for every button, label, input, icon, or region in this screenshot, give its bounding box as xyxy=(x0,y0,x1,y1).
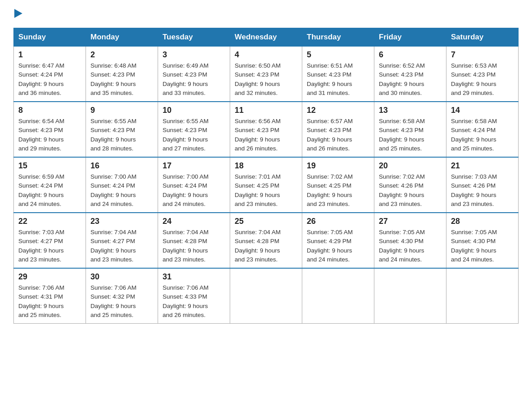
day-cell: 16 Sunrise: 7:00 AMSunset: 4:24 PMDaylig… xyxy=(86,157,158,213)
day-info: Sunrise: 6:50 AMSunset: 4:23 PMDaylight:… xyxy=(235,62,281,96)
day-info: Sunrise: 7:06 AMSunset: 4:33 PMDaylight:… xyxy=(163,284,209,318)
day-info: Sunrise: 6:52 AMSunset: 4:23 PMDaylight:… xyxy=(379,62,425,96)
day-number: 29 xyxy=(18,272,81,282)
day-info: Sunrise: 6:58 AMSunset: 4:24 PMDaylight:… xyxy=(451,118,497,152)
header-friday: Friday xyxy=(374,28,446,47)
day-info: Sunrise: 7:00 AMSunset: 4:24 PMDaylight:… xyxy=(90,173,137,207)
empty-day-cell xyxy=(374,268,446,324)
page-header xyxy=(13,9,519,20)
day-info: Sunrise: 6:55 AMSunset: 4:23 PMDaylight:… xyxy=(90,118,137,152)
day-info: Sunrise: 7:02 AMSunset: 4:26 PMDaylight:… xyxy=(379,173,425,207)
day-cell: 3 Sunrise: 6:49 AMSunset: 4:23 PMDayligh… xyxy=(158,47,230,102)
day-info: Sunrise: 7:04 AMSunset: 4:27 PMDaylight:… xyxy=(90,229,137,263)
day-cell: 6 Sunrise: 6:52 AMSunset: 4:23 PMDayligh… xyxy=(374,47,446,102)
day-info: Sunrise: 6:56 AMSunset: 4:23 PMDaylight:… xyxy=(235,118,281,152)
header-monday: Monday xyxy=(86,28,158,47)
day-number: 4 xyxy=(235,50,297,60)
day-number: 10 xyxy=(163,106,225,115)
day-number: 14 xyxy=(451,106,514,115)
day-info: Sunrise: 7:03 AMSunset: 4:26 PMDaylight:… xyxy=(451,173,497,207)
day-number: 11 xyxy=(235,106,297,115)
calendar-table: Sunday Monday Tuesday Wednesday Thursday… xyxy=(13,28,519,324)
day-cell: 23 Sunrise: 7:04 AMSunset: 4:27 PMDaylig… xyxy=(86,213,158,268)
day-cell: 22 Sunrise: 7:03 AMSunset: 4:27 PMDaylig… xyxy=(14,213,86,268)
day-number: 15 xyxy=(18,161,81,171)
day-info: Sunrise: 7:04 AMSunset: 4:28 PMDaylight:… xyxy=(163,229,209,263)
calendar-week-row: 22 Sunrise: 7:03 AMSunset: 4:27 PMDaylig… xyxy=(14,213,519,268)
day-number: 27 xyxy=(379,217,442,226)
empty-day-cell xyxy=(230,268,302,324)
calendar-week-row: 15 Sunrise: 6:59 AMSunset: 4:24 PMDaylig… xyxy=(14,157,519,213)
day-number: 6 xyxy=(379,50,442,60)
day-number: 25 xyxy=(235,217,297,226)
day-cell: 1 Sunrise: 6:47 AMSunset: 4:24 PMDayligh… xyxy=(14,47,86,102)
day-cell: 14 Sunrise: 6:58 AMSunset: 4:24 PMDaylig… xyxy=(446,102,519,157)
empty-day-cell xyxy=(302,268,374,324)
day-number: 19 xyxy=(307,161,369,171)
day-cell: 2 Sunrise: 6:48 AMSunset: 4:23 PMDayligh… xyxy=(86,47,158,102)
day-info: Sunrise: 7:06 AMSunset: 4:32 PMDaylight:… xyxy=(90,284,137,318)
day-number: 18 xyxy=(235,161,297,171)
day-number: 22 xyxy=(18,217,81,226)
calendar-week-row: 29 Sunrise: 7:06 AMSunset: 4:31 PMDaylig… xyxy=(14,268,519,324)
day-cell: 13 Sunrise: 6:58 AMSunset: 4:23 PMDaylig… xyxy=(374,102,446,157)
day-info: Sunrise: 6:57 AMSunset: 4:23 PMDaylight:… xyxy=(307,118,353,152)
day-info: Sunrise: 7:00 AMSunset: 4:24 PMDaylight:… xyxy=(163,173,209,207)
day-info: Sunrise: 7:01 AMSunset: 4:25 PMDaylight:… xyxy=(235,173,281,207)
day-number: 7 xyxy=(451,50,514,60)
day-cell: 31 Sunrise: 7:06 AMSunset: 4:33 PMDaylig… xyxy=(158,268,230,324)
day-cell: 5 Sunrise: 6:51 AMSunset: 4:23 PMDayligh… xyxy=(302,47,374,102)
day-cell: 7 Sunrise: 6:53 AMSunset: 4:23 PMDayligh… xyxy=(446,47,519,102)
day-number: 2 xyxy=(90,50,153,60)
day-number: 9 xyxy=(90,106,153,115)
day-number: 21 xyxy=(451,161,514,171)
day-number: 26 xyxy=(307,217,369,226)
header-tuesday: Tuesday xyxy=(158,28,230,47)
day-number: 1 xyxy=(18,50,81,60)
day-number: 16 xyxy=(90,161,153,171)
day-cell: 15 Sunrise: 6:59 AMSunset: 4:24 PMDaylig… xyxy=(14,157,86,213)
day-info: Sunrise: 7:02 AMSunset: 4:25 PMDaylight:… xyxy=(307,173,353,207)
day-cell: 12 Sunrise: 6:57 AMSunset: 4:23 PMDaylig… xyxy=(302,102,374,157)
day-number: 23 xyxy=(90,217,153,226)
day-cell: 28 Sunrise: 7:05 AMSunset: 4:30 PMDaylig… xyxy=(446,213,519,268)
logo-arrow-icon xyxy=(14,9,22,18)
svg-marker-0 xyxy=(14,9,22,18)
day-info: Sunrise: 6:55 AMSunset: 4:23 PMDaylight:… xyxy=(163,118,209,152)
day-info: Sunrise: 6:49 AMSunset: 4:23 PMDaylight:… xyxy=(163,62,209,96)
day-info: Sunrise: 6:54 AMSunset: 4:23 PMDaylight:… xyxy=(18,118,64,152)
day-number: 28 xyxy=(451,217,514,226)
day-cell: 8 Sunrise: 6:54 AMSunset: 4:23 PMDayligh… xyxy=(14,102,86,157)
day-info: Sunrise: 6:58 AMSunset: 4:23 PMDaylight:… xyxy=(379,118,425,152)
day-cell: 26 Sunrise: 7:05 AMSunset: 4:29 PMDaylig… xyxy=(302,213,374,268)
day-cell: 19 Sunrise: 7:02 AMSunset: 4:25 PMDaylig… xyxy=(302,157,374,213)
day-cell: 24 Sunrise: 7:04 AMSunset: 4:28 PMDaylig… xyxy=(158,213,230,268)
day-number: 31 xyxy=(163,272,225,282)
day-number: 24 xyxy=(163,217,225,226)
day-number: 30 xyxy=(90,272,153,282)
day-cell: 10 Sunrise: 6:55 AMSunset: 4:23 PMDaylig… xyxy=(158,102,230,157)
weekday-header-row: Sunday Monday Tuesday Wednesday Thursday… xyxy=(14,28,519,47)
day-cell: 18 Sunrise: 7:01 AMSunset: 4:25 PMDaylig… xyxy=(230,157,302,213)
day-info: Sunrise: 6:53 AMSunset: 4:23 PMDaylight:… xyxy=(451,62,497,96)
day-cell: 29 Sunrise: 7:06 AMSunset: 4:31 PMDaylig… xyxy=(14,268,86,324)
header-thursday: Thursday xyxy=(302,28,374,47)
day-cell: 30 Sunrise: 7:06 AMSunset: 4:32 PMDaylig… xyxy=(86,268,158,324)
day-info: Sunrise: 6:47 AMSunset: 4:24 PMDaylight:… xyxy=(18,62,64,96)
day-number: 8 xyxy=(18,106,81,115)
day-cell: 9 Sunrise: 6:55 AMSunset: 4:23 PMDayligh… xyxy=(86,102,158,157)
day-cell: 25 Sunrise: 7:04 AMSunset: 4:28 PMDaylig… xyxy=(230,213,302,268)
day-info: Sunrise: 7:04 AMSunset: 4:28 PMDaylight:… xyxy=(235,229,281,263)
logo xyxy=(13,9,22,20)
day-info: Sunrise: 6:48 AMSunset: 4:23 PMDaylight:… xyxy=(90,62,137,96)
header-sunday: Sunday xyxy=(14,28,86,47)
day-number: 3 xyxy=(163,50,225,60)
day-info: Sunrise: 7:05 AMSunset: 4:30 PMDaylight:… xyxy=(379,229,425,263)
day-info: Sunrise: 7:03 AMSunset: 4:27 PMDaylight:… xyxy=(18,229,64,263)
day-cell: 4 Sunrise: 6:50 AMSunset: 4:23 PMDayligh… xyxy=(230,47,302,102)
day-number: 17 xyxy=(163,161,225,171)
calendar-week-row: 8 Sunrise: 6:54 AMSunset: 4:23 PMDayligh… xyxy=(14,102,519,157)
day-number: 20 xyxy=(379,161,442,171)
day-cell: 21 Sunrise: 7:03 AMSunset: 4:26 PMDaylig… xyxy=(446,157,519,213)
day-number: 13 xyxy=(379,106,442,115)
